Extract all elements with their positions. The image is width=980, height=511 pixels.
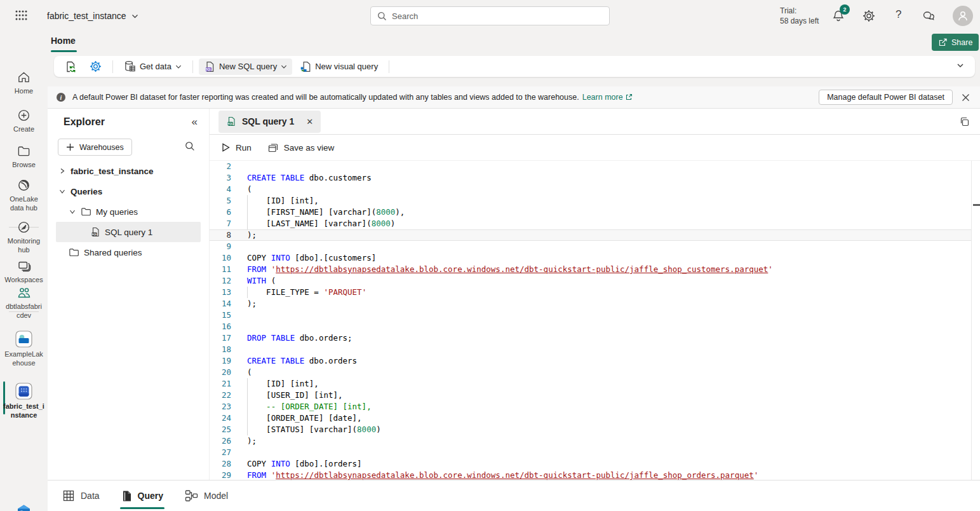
- code-line[interactable]: 13 FILE_TYPE = 'PARQUET': [210, 287, 971, 298]
- manage-default-dataset-button[interactable]: Manage default Power BI dataset: [819, 90, 953, 105]
- code-line[interactable]: 23 -- [ORDER_DATE] [int],: [210, 401, 971, 412]
- new-sql-query-button[interactable]: SQL New SQL query: [199, 58, 292, 75]
- code-line[interactable]: 22 [USER_ID] [int],: [210, 390, 971, 401]
- code-line[interactable]: 15: [210, 310, 971, 321]
- ribbon-tab-home[interactable]: Home: [51, 36, 76, 46]
- nav-rail-item-onelake-data-hub[interactable]: OneLakedata hub: [0, 178, 48, 212]
- tree-item-my-queries[interactable]: My queries: [56, 201, 201, 222]
- line-number: 4: [210, 184, 231, 195]
- line-number: 5: [210, 195, 231, 207]
- code-line[interactable]: 20(: [210, 367, 971, 378]
- view-tab-model[interactable]: Model: [184, 480, 229, 511]
- feedback-icon[interactable]: [922, 10, 935, 22]
- sql-code-area[interactable]: 23CREATE TABLE dbo.customers4(5 [ID] [in…: [210, 161, 980, 481]
- tab-sql-query-1[interactable]: SQL SQL query 1 ✕: [218, 111, 321, 133]
- nav-rail-label: Monitoring: [0, 236, 48, 245]
- code-line[interactable]: 4(: [210, 184, 971, 195]
- code-line[interactable]: 8);: [210, 229, 971, 241]
- tab-close-icon[interactable]: ✕: [306, 117, 313, 126]
- code-line[interactable]: 26);: [210, 435, 971, 447]
- tree-item-label: My queries: [96, 207, 138, 217]
- nav-rail-item-data-warehouse[interactable]: DataWarehouse: [0, 503, 48, 511]
- search-input[interactable]: [392, 11, 603, 21]
- chevron-down-icon[interactable]: [58, 188, 66, 194]
- collapse-ribbon-chevron[interactable]: [956, 61, 965, 70]
- settings-gear-icon[interactable]: [863, 10, 875, 22]
- nav-rail-item-create[interactable]: Create: [0, 108, 48, 133]
- view-tab-data[interactable]: Data: [61, 480, 101, 511]
- nav-rail-item-fabric-test-instance[interactable]: fabric_test_instance: [0, 383, 48, 419]
- query-settings-button[interactable]: [84, 58, 107, 75]
- code-line[interactable]: 14);: [210, 298, 971, 310]
- code-line[interactable]: 7 [LAST_NAME] [varchar](8000): [210, 218, 971, 229]
- save-as-view-button[interactable]: Save as view: [268, 143, 335, 153]
- code-line[interactable]: 16: [210, 321, 971, 332]
- code-line[interactable]: 3CREATE TABLE dbo.customers: [210, 172, 971, 184]
- new-query-refresh-button[interactable]: [59, 58, 82, 76]
- help-icon[interactable]: ?: [896, 8, 901, 21]
- nav-rail-label: hub: [0, 245, 48, 254]
- code-line[interactable]: 28COPY INTO [dbo].[orders]: [210, 458, 971, 470]
- get-data-button[interactable]: Get data: [119, 58, 187, 75]
- code-line[interactable]: 24 [ORDER_DATE] [date],: [210, 412, 971, 424]
- code-line[interactable]: 9: [210, 241, 971, 252]
- explorer-search-icon[interactable]: [185, 141, 195, 151]
- tree-item-fabric-test-instance[interactable]: fabric_test_instance: [56, 161, 201, 181]
- external-link-icon: [625, 93, 633, 101]
- chevron-down-icon: [175, 64, 182, 70]
- code-line[interactable]: 6 [FIRST_NAME] [varchar](8000),: [210, 207, 971, 218]
- workspace-switcher[interactable]: fabric_test_instance: [47, 0, 138, 32]
- copy-icon[interactable]: [959, 116, 970, 127]
- nav-rail-label: Create: [0, 125, 48, 133]
- code-line[interactable]: 19CREATE TABLE dbo.orders: [210, 355, 971, 367]
- code-line-content: DROP TABLE dbo.orders;: [247, 332, 352, 344]
- chevron-right-icon[interactable]: [58, 168, 66, 174]
- view-tab-query[interactable]: Query: [120, 480, 164, 511]
- editor-overview-ruler[interactable]: [971, 161, 972, 480]
- share-button[interactable]: Share: [932, 34, 979, 51]
- line-number: 26: [210, 435, 231, 447]
- banner-close-icon[interactable]: [962, 93, 970, 102]
- model-icon: [185, 489, 198, 502]
- run-button[interactable]: Run: [222, 143, 252, 153]
- collapse-explorer-icon[interactable]: «: [192, 116, 198, 128]
- chevron-down-icon[interactable]: [69, 208, 76, 215]
- add-warehouses-button[interactable]: Warehouses: [58, 139, 132, 156]
- code-line[interactable]: 2: [210, 161, 971, 172]
- line-number: 7: [210, 218, 231, 229]
- learn-more-link[interactable]: Learn more: [582, 93, 633, 102]
- nav-rail-item-workspaces[interactable]: Workspaces: [0, 259, 48, 284]
- code-line[interactable]: 5 [ID] [int],: [210, 195, 971, 207]
- nav-rail-item-dbtlabsfabricdev[interactable]: dbtlabsfabricdev: [0, 286, 48, 320]
- line-number: 16: [210, 321, 231, 332]
- code-line[interactable]: 25 [STATUS] [varchar](8000): [210, 424, 971, 435]
- trial-status: Trial: 58 days left: [780, 6, 819, 26]
- app-launcher-icon[interactable]: [14, 9, 28, 22]
- notification-badge: 2: [840, 4, 850, 15]
- code-line[interactable]: 18: [210, 344, 971, 355]
- person-icon: [957, 10, 969, 22]
- nav-rail-item-browse[interactable]: Browse: [0, 144, 48, 169]
- new-visual-query-button[interactable]: New visual query: [295, 58, 383, 75]
- nav-rail-item-examplelakehouse[interactable]: ExampleLakehouse: [0, 330, 48, 367]
- global-search[interactable]: [370, 6, 610, 25]
- tree-item-sql-query-1[interactable]: SQLSQL query 1: [56, 222, 201, 242]
- code-line[interactable]: 27: [210, 447, 971, 458]
- user-avatar[interactable]: [953, 6, 973, 26]
- tree-item-queries[interactable]: Queries: [56, 181, 201, 201]
- line-number: 24: [210, 412, 231, 424]
- toolbar-separator: [112, 60, 113, 73]
- nav-rail-item-monitoring-hub[interactable]: Monitoringhub: [0, 220, 48, 254]
- tree-item-shared-queries[interactable]: Shared queries: [56, 242, 201, 262]
- code-line[interactable]: 17DROP TABLE dbo.orders;: [210, 332, 971, 344]
- code-line[interactable]: 10COPY INTO [dbo].[customers]: [210, 252, 971, 264]
- code-line-content: [ORDER_DATE] [date],: [247, 412, 362, 424]
- code-line[interactable]: 21 [ID] [int],: [210, 378, 971, 390]
- active-tab-underline: [51, 50, 77, 52]
- code-line[interactable]: 12WITH (: [210, 275, 971, 287]
- nav-rail-item-home[interactable]: Home: [0, 70, 48, 95]
- code-line-content: CREATE TABLE dbo.orders: [247, 355, 357, 367]
- code-line-content: (: [247, 367, 252, 378]
- code-line[interactable]: 11FROM 'https://dbtlabsynapsedatalake.bl…: [210, 264, 971, 275]
- line-number: 13: [210, 287, 231, 298]
